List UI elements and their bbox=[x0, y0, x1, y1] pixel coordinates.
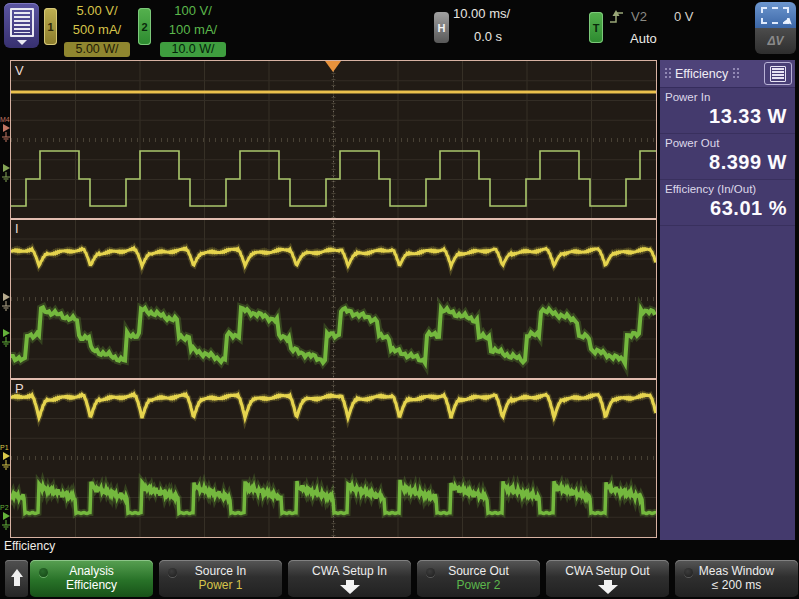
channel-1-badge[interactable]: 1 bbox=[44, 8, 57, 45]
channel-2-badge[interactable]: 2 bbox=[138, 8, 151, 45]
trigger-badge[interactable]: T bbox=[589, 12, 603, 43]
drag-grip-icon bbox=[664, 67, 671, 80]
softkey-indicator bbox=[168, 568, 177, 577]
measurement-power-in: Power In 13.33 W bbox=[660, 88, 795, 134]
delta-v-cursors-button[interactable]: ΔV bbox=[755, 28, 796, 54]
menu-back-button[interactable] bbox=[5, 560, 28, 597]
softkey-source-in[interactable]: Source In Power 1 bbox=[159, 560, 282, 597]
left-reference-markers: M4P1P2 bbox=[0, 60, 12, 536]
main-menu-button[interactable] bbox=[4, 3, 39, 48]
softkey-line2: Efficiency bbox=[30, 578, 153, 593]
efficiency-panel: Efficiency Power In 13.33 W Power Out 8.… bbox=[660, 60, 795, 540]
channel-ground-marker[interactable]: M4 bbox=[0, 116, 10, 141]
measurement-label: Power In bbox=[665, 91, 790, 103]
softkey-menu-title: Efficiency bbox=[4, 539, 55, 553]
section-label-voltage: V bbox=[15, 63, 24, 78]
region-select-button[interactable] bbox=[755, 2, 796, 28]
marker-arrow-icon bbox=[3, 293, 10, 301]
rising-edge-icon bbox=[609, 8, 624, 25]
menu-list-icon bbox=[770, 66, 786, 82]
softkey-line1: CWA Setup Out bbox=[546, 564, 669, 578]
channel-ground-marker[interactable]: P1 bbox=[0, 444, 10, 469]
trigger-position-marker[interactable] bbox=[325, 61, 341, 72]
softkey-indicator bbox=[684, 568, 693, 577]
ch2-volts-per-div[interactable]: 100 V/ bbox=[158, 3, 228, 18]
marker-arrow-icon bbox=[3, 164, 10, 172]
softkey-line1: Source In bbox=[159, 564, 282, 578]
softkey-indicator bbox=[39, 568, 48, 577]
channel-ground-marker[interactable] bbox=[2, 293, 10, 310]
waveform-display: V I P bbox=[10, 60, 657, 538]
horizontal-badge[interactable]: H bbox=[434, 12, 449, 43]
efficiency-panel-header[interactable]: Efficiency bbox=[660, 60, 795, 88]
measurement-label: Efficiency (In/Out) bbox=[665, 183, 790, 195]
timebase-delay[interactable]: 0.0 s bbox=[455, 29, 521, 44]
softkey-line1: Source Out bbox=[417, 564, 540, 578]
cursor-arrow-icon bbox=[784, 18, 794, 28]
measurement-power-out: Power Out 8.399 W bbox=[660, 134, 795, 180]
up-arrow-icon bbox=[11, 569, 23, 577]
channel-ground-marker[interactable] bbox=[2, 329, 10, 346]
drag-grip-icon bbox=[732, 67, 739, 80]
marker-label: P1 bbox=[0, 444, 9, 451]
trigger-mode[interactable]: Auto bbox=[630, 31, 657, 46]
channel-ground-marker[interactable]: P2 bbox=[0, 504, 10, 529]
trigger-level[interactable]: 0 V bbox=[674, 9, 694, 24]
softkey-line1: Meas Window bbox=[675, 564, 798, 578]
measurement-value: 8.399 W bbox=[665, 151, 790, 174]
ch1-amps-per-div[interactable]: 500 mA/ bbox=[62, 22, 132, 37]
marker-label: M4 bbox=[0, 116, 10, 123]
marker-arrow-icon bbox=[3, 452, 10, 460]
softkey-cwa-setup-in[interactable]: CWA Setup In bbox=[288, 560, 411, 597]
ch1-watts-per-div[interactable]: 5.00 W/ bbox=[64, 42, 130, 57]
softkey-line2: ≤ 200 ms bbox=[675, 578, 798, 593]
section-label-current: I bbox=[15, 221, 19, 236]
menu-list-icon bbox=[10, 8, 34, 37]
chevron-down-icon bbox=[17, 40, 27, 45]
touch-tools-widget: ΔV bbox=[755, 2, 796, 54]
delta-v-cursors-icon: ΔV bbox=[767, 34, 783, 48]
softkey-meas-window[interactable]: Meas Window ≤ 200 ms bbox=[675, 560, 798, 597]
softkey-line2: Power 2 bbox=[417, 578, 540, 593]
section-label-power: P bbox=[15, 381, 24, 396]
ch2-amps-per-div[interactable]: 100 mA/ bbox=[158, 22, 228, 37]
channel-ground-marker[interactable] bbox=[2, 164, 10, 181]
panel-menu-button[interactable] bbox=[764, 62, 792, 85]
marker-arrow-icon bbox=[3, 329, 10, 337]
waveform-graticule bbox=[11, 61, 656, 537]
measurement-value: 13.33 W bbox=[665, 105, 790, 128]
softkey-source-out[interactable]: Source Out Power 2 bbox=[417, 560, 540, 597]
softkey-analysis[interactable]: Analysis Efficiency bbox=[30, 560, 153, 597]
measurement-efficiency: Efficiency (In/Out) 63.01 % bbox=[660, 180, 795, 226]
marker-arrow-icon bbox=[3, 512, 10, 520]
marker-arrow-icon bbox=[3, 124, 10, 132]
trigger-source[interactable]: V2 bbox=[631, 9, 647, 24]
softkey-line1: Analysis bbox=[30, 564, 153, 578]
timebase-scale[interactable]: 10.00 ms/ bbox=[453, 6, 510, 21]
softkey-cwa-setup-out[interactable]: CWA Setup Out bbox=[546, 560, 669, 597]
ch1-volts-per-div[interactable]: 5.00 V/ bbox=[62, 3, 132, 18]
softkey-line2: Power 1 bbox=[159, 578, 282, 593]
measurement-label: Power Out bbox=[665, 137, 790, 149]
marker-label: P2 bbox=[0, 504, 9, 511]
softkey-indicator bbox=[426, 568, 435, 577]
ch2-watts-per-div[interactable]: 10.0 W/ bbox=[160, 42, 226, 57]
panel-title: Efficiency bbox=[675, 67, 728, 81]
measurement-value: 63.01 % bbox=[665, 197, 790, 220]
softkey-line1: CWA Setup In bbox=[288, 564, 411, 578]
